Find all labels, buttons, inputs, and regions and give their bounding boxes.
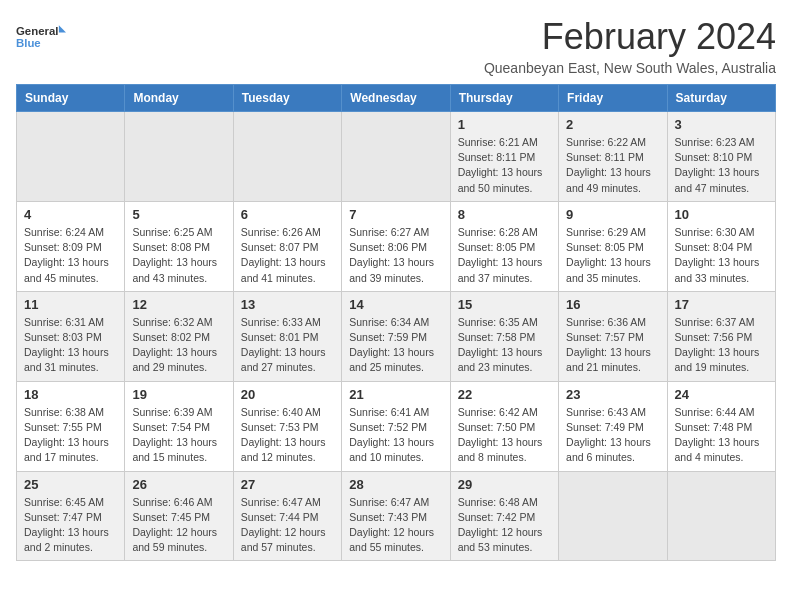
- day-info: Sunrise: 6:34 AMSunset: 7:59 PMDaylight:…: [349, 315, 442, 376]
- calendar-cell: 10Sunrise: 6:30 AMSunset: 8:04 PMDayligh…: [667, 201, 775, 291]
- day-number: 28: [349, 477, 442, 492]
- day-info: Sunrise: 6:33 AMSunset: 8:01 PMDaylight:…: [241, 315, 334, 376]
- calendar-cell: 2Sunrise: 6:22 AMSunset: 8:11 PMDaylight…: [559, 112, 667, 202]
- calendar-cell: 26Sunrise: 6:46 AMSunset: 7:45 PMDayligh…: [125, 471, 233, 561]
- day-info: Sunrise: 6:42 AMSunset: 7:50 PMDaylight:…: [458, 405, 551, 466]
- svg-marker-2: [59, 25, 66, 32]
- day-info: Sunrise: 6:41 AMSunset: 7:52 PMDaylight:…: [349, 405, 442, 466]
- day-number: 3: [675, 117, 768, 132]
- day-info: Sunrise: 6:39 AMSunset: 7:54 PMDaylight:…: [132, 405, 225, 466]
- day-number: 19: [132, 387, 225, 402]
- main-title: February 2024: [484, 16, 776, 58]
- calendar-cell: 22Sunrise: 6:42 AMSunset: 7:50 PMDayligh…: [450, 381, 558, 471]
- calendar-cell: 16Sunrise: 6:36 AMSunset: 7:57 PMDayligh…: [559, 291, 667, 381]
- week-row-2: 4Sunrise: 6:24 AMSunset: 8:09 PMDaylight…: [17, 201, 776, 291]
- day-number: 1: [458, 117, 551, 132]
- day-number: 15: [458, 297, 551, 312]
- day-info: Sunrise: 6:48 AMSunset: 7:42 PMDaylight:…: [458, 495, 551, 556]
- day-info: Sunrise: 6:21 AMSunset: 8:11 PMDaylight:…: [458, 135, 551, 196]
- calendar-cell: 28Sunrise: 6:47 AMSunset: 7:43 PMDayligh…: [342, 471, 450, 561]
- day-number: 12: [132, 297, 225, 312]
- week-row-3: 11Sunrise: 6:31 AMSunset: 8:03 PMDayligh…: [17, 291, 776, 381]
- day-number: 8: [458, 207, 551, 222]
- day-info: Sunrise: 6:44 AMSunset: 7:48 PMDaylight:…: [675, 405, 768, 466]
- calendar-cell: 18Sunrise: 6:38 AMSunset: 7:55 PMDayligh…: [17, 381, 125, 471]
- calendar-cell: 1Sunrise: 6:21 AMSunset: 8:11 PMDaylight…: [450, 112, 558, 202]
- logo: General Blue: [16, 16, 66, 56]
- day-info: Sunrise: 6:35 AMSunset: 7:58 PMDaylight:…: [458, 315, 551, 376]
- calendar-cell: 25Sunrise: 6:45 AMSunset: 7:47 PMDayligh…: [17, 471, 125, 561]
- calendar-cell: [17, 112, 125, 202]
- day-headers: SundayMondayTuesdayWednesdayThursdayFrid…: [17, 85, 776, 112]
- day-number: 4: [24, 207, 117, 222]
- day-number: 17: [675, 297, 768, 312]
- logo-svg: General Blue: [16, 16, 66, 56]
- day-number: 13: [241, 297, 334, 312]
- calendar-cell: 9Sunrise: 6:29 AMSunset: 8:05 PMDaylight…: [559, 201, 667, 291]
- day-header-saturday: Saturday: [667, 85, 775, 112]
- day-number: 24: [675, 387, 768, 402]
- day-header-sunday: Sunday: [17, 85, 125, 112]
- day-info: Sunrise: 6:36 AMSunset: 7:57 PMDaylight:…: [566, 315, 659, 376]
- day-info: Sunrise: 6:24 AMSunset: 8:09 PMDaylight:…: [24, 225, 117, 286]
- day-info: Sunrise: 6:43 AMSunset: 7:49 PMDaylight:…: [566, 405, 659, 466]
- day-number: 10: [675, 207, 768, 222]
- day-number: 11: [24, 297, 117, 312]
- day-info: Sunrise: 6:32 AMSunset: 8:02 PMDaylight:…: [132, 315, 225, 376]
- day-info: Sunrise: 6:28 AMSunset: 8:05 PMDaylight:…: [458, 225, 551, 286]
- day-info: Sunrise: 6:26 AMSunset: 8:07 PMDaylight:…: [241, 225, 334, 286]
- day-number: 5: [132, 207, 225, 222]
- day-number: 2: [566, 117, 659, 132]
- calendar-cell: 14Sunrise: 6:34 AMSunset: 7:59 PMDayligh…: [342, 291, 450, 381]
- week-row-1: 1Sunrise: 6:21 AMSunset: 8:11 PMDaylight…: [17, 112, 776, 202]
- calendar-cell: 12Sunrise: 6:32 AMSunset: 8:02 PMDayligh…: [125, 291, 233, 381]
- calendar-cell: 19Sunrise: 6:39 AMSunset: 7:54 PMDayligh…: [125, 381, 233, 471]
- calendar-cell: 11Sunrise: 6:31 AMSunset: 8:03 PMDayligh…: [17, 291, 125, 381]
- calendar-cell: 20Sunrise: 6:40 AMSunset: 7:53 PMDayligh…: [233, 381, 341, 471]
- calendar-cell: 15Sunrise: 6:35 AMSunset: 7:58 PMDayligh…: [450, 291, 558, 381]
- calendar-cell: [233, 112, 341, 202]
- title-section: February 2024 Queanbeyan East, New South…: [484, 16, 776, 76]
- calendar-cell: 21Sunrise: 6:41 AMSunset: 7:52 PMDayligh…: [342, 381, 450, 471]
- calendar-cell: 17Sunrise: 6:37 AMSunset: 7:56 PMDayligh…: [667, 291, 775, 381]
- day-number: 22: [458, 387, 551, 402]
- day-header-friday: Friday: [559, 85, 667, 112]
- calendar: SundayMondayTuesdayWednesdayThursdayFrid…: [16, 84, 776, 561]
- calendar-cell: [342, 112, 450, 202]
- day-number: 21: [349, 387, 442, 402]
- day-number: 23: [566, 387, 659, 402]
- day-info: Sunrise: 6:29 AMSunset: 8:05 PMDaylight:…: [566, 225, 659, 286]
- calendar-cell: 5Sunrise: 6:25 AMSunset: 8:08 PMDaylight…: [125, 201, 233, 291]
- day-info: Sunrise: 6:47 AMSunset: 7:44 PMDaylight:…: [241, 495, 334, 556]
- svg-text:General: General: [16, 25, 58, 37]
- day-info: Sunrise: 6:45 AMSunset: 7:47 PMDaylight:…: [24, 495, 117, 556]
- day-number: 16: [566, 297, 659, 312]
- day-number: 18: [24, 387, 117, 402]
- day-number: 26: [132, 477, 225, 492]
- day-header-monday: Monday: [125, 85, 233, 112]
- day-info: Sunrise: 6:25 AMSunset: 8:08 PMDaylight:…: [132, 225, 225, 286]
- calendar-cell: [559, 471, 667, 561]
- calendar-cell: 29Sunrise: 6:48 AMSunset: 7:42 PMDayligh…: [450, 471, 558, 561]
- calendar-cell: [667, 471, 775, 561]
- calendar-cell: 27Sunrise: 6:47 AMSunset: 7:44 PMDayligh…: [233, 471, 341, 561]
- day-header-wednesday: Wednesday: [342, 85, 450, 112]
- day-number: 9: [566, 207, 659, 222]
- subtitle: Queanbeyan East, New South Wales, Austra…: [484, 60, 776, 76]
- day-info: Sunrise: 6:23 AMSunset: 8:10 PMDaylight:…: [675, 135, 768, 196]
- calendar-cell: 8Sunrise: 6:28 AMSunset: 8:05 PMDaylight…: [450, 201, 558, 291]
- calendar-cell: 4Sunrise: 6:24 AMSunset: 8:09 PMDaylight…: [17, 201, 125, 291]
- day-number: 20: [241, 387, 334, 402]
- day-info: Sunrise: 6:22 AMSunset: 8:11 PMDaylight:…: [566, 135, 659, 196]
- day-number: 29: [458, 477, 551, 492]
- day-header-thursday: Thursday: [450, 85, 558, 112]
- day-info: Sunrise: 6:46 AMSunset: 7:45 PMDaylight:…: [132, 495, 225, 556]
- day-number: 14: [349, 297, 442, 312]
- calendar-cell: 3Sunrise: 6:23 AMSunset: 8:10 PMDaylight…: [667, 112, 775, 202]
- day-info: Sunrise: 6:38 AMSunset: 7:55 PMDaylight:…: [24, 405, 117, 466]
- day-number: 6: [241, 207, 334, 222]
- calendar-cell: 24Sunrise: 6:44 AMSunset: 7:48 PMDayligh…: [667, 381, 775, 471]
- day-info: Sunrise: 6:37 AMSunset: 7:56 PMDaylight:…: [675, 315, 768, 376]
- day-number: 7: [349, 207, 442, 222]
- day-number: 25: [24, 477, 117, 492]
